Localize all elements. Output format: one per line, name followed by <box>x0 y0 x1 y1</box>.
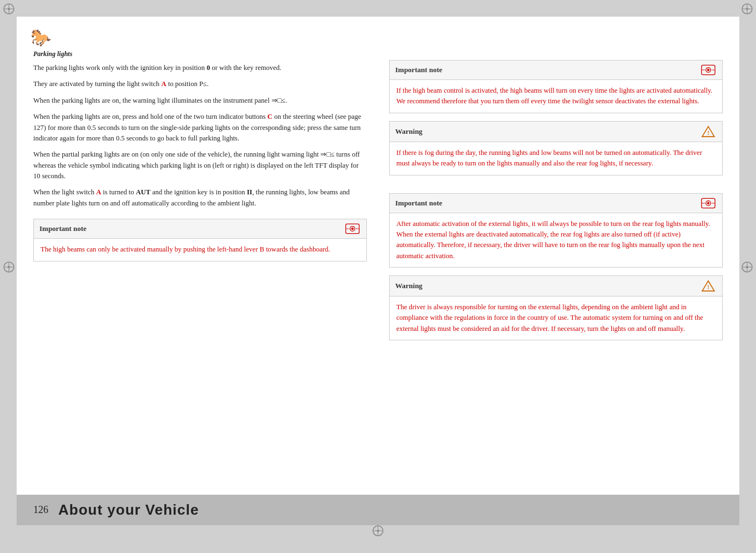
right-note-header-3: Important note <box>390 194 722 213</box>
right-note-eye-icon-3 <box>700 197 717 209</box>
svg-point-30 <box>707 202 709 204</box>
right-note-header-1: Important note <box>390 61 722 80</box>
svg-point-15 <box>746 266 748 268</box>
right-column: Important note If the hig <box>389 50 723 340</box>
right-note-body-1: If the high beam control is activated, t… <box>390 80 722 113</box>
paragraph-4: When the parking lights are on, press an… <box>33 112 367 144</box>
main-columns: Parking lights The parking lights work o… <box>17 17 739 351</box>
right-note-text-3: After automatic activation of the extern… <box>396 219 715 262</box>
right-warning-body-4: The driver is always responsible for tur… <box>390 296 722 340</box>
top-bar <box>0 0 756 17</box>
svg-point-23 <box>707 69 709 71</box>
right-warning-body-2: If there is fog during the day, the runn… <box>390 142 722 175</box>
svg-point-11 <box>8 266 10 268</box>
left-note-header-label: Important note <box>39 224 87 233</box>
left-note-body-text: The high beams can only be activated man… <box>41 244 360 255</box>
section-title: Parking lights <box>33 50 367 58</box>
bottom-bar <box>0 525 756 542</box>
right-note-box-3: Important note After auto <box>389 193 723 268</box>
svg-point-18 <box>351 228 354 230</box>
paragraph-1: The parking lights work only with the ig… <box>33 63 367 73</box>
compass-mid-right-icon <box>741 261 753 275</box>
compass-mid-left-icon <box>3 261 15 275</box>
switch-a-ref-1: A <box>162 80 167 88</box>
button-c-ref: C <box>268 113 273 120</box>
page-footer: 126 About your Vehicle <box>17 495 739 525</box>
compass-top-right-icon <box>741 3 753 17</box>
left-note-body: The high beams can only be activated man… <box>34 239 366 260</box>
left-note-eye-icon <box>344 223 361 235</box>
paragraph-6: When the light switch A is turned to AUT… <box>33 187 367 209</box>
svg-text:!: ! <box>707 284 709 290</box>
page-number: 126 <box>33 504 48 516</box>
right-warning-box-4: Warning ! The driver is always responsib… <box>389 275 723 340</box>
page-content: 🐎 Parking lights <box>17 17 739 525</box>
right-warning-header-4: Warning ! <box>390 276 722 296</box>
left-important-note-box: Important note The high b <box>33 219 367 261</box>
right-note-eye-icon-1 <box>700 64 717 76</box>
right-warning-header-2: Warning ! <box>390 122 722 142</box>
paragraph-2: They are activated by turning the light … <box>33 79 367 89</box>
compass-top-left-icon <box>3 3 15 17</box>
right-note-text-1: If the high beam control is activated, t… <box>396 86 715 107</box>
svg-point-3 <box>8 8 10 10</box>
paragraph-3: When the parking lights are on, the warn… <box>33 95 367 106</box>
footer-title: About your Vehicle <box>58 501 199 519</box>
right-warning-text-4: The driver is always responsible for tur… <box>396 302 715 334</box>
right-warning-triangle-icon-4: ! <box>700 279 717 293</box>
right-note-label-1: Important note <box>395 66 442 74</box>
compass-bottom-icon <box>372 525 384 539</box>
right-warning-triangle-icon-2: ! <box>700 125 717 138</box>
right-warning-text-2: If there is fog during the day, the runn… <box>396 148 715 169</box>
page-outer: 🐎 Parking lights <box>0 0 756 553</box>
svg-text:!: ! <box>707 129 709 136</box>
right-note-box-1: Important note If the hig <box>389 60 723 113</box>
key-position-0: 0 <box>206 64 210 72</box>
left-note-header: Important note <box>34 219 366 239</box>
right-warning-label-4: Warning <box>395 281 422 290</box>
ferrari-logo: 🐎 <box>31 28 51 47</box>
paragraph-5: When the partial parking lights are on (… <box>33 149 367 182</box>
position-ii: II <box>247 188 253 196</box>
svg-point-7 <box>746 8 748 10</box>
svg-point-38 <box>377 530 379 532</box>
right-note-label-3: Important note <box>395 199 442 208</box>
right-warning-label-2: Warning <box>395 127 422 136</box>
aut-label: AUT <box>136 188 150 196</box>
left-column: Parking lights The parking lights work o… <box>33 50 367 340</box>
right-warning-box-2: Warning ! If there is fog during the day… <box>389 121 723 175</box>
right-note-body-3: After automatic activation of the extern… <box>390 213 722 268</box>
switch-a-ref-2: A <box>96 188 101 196</box>
